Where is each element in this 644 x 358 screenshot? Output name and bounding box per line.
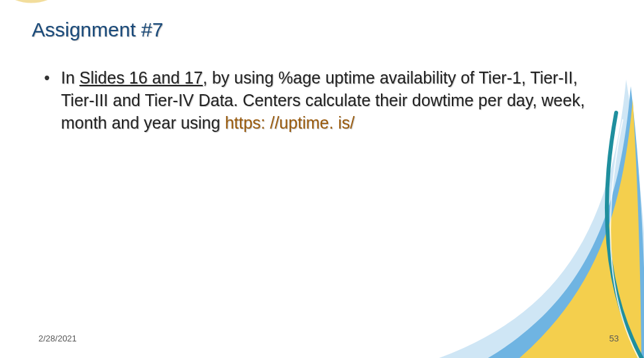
bullet-underlined: Slides 16 and 17 <box>80 68 203 87</box>
slide: Assignment #7 • In Slides 16 and 17, by … <box>0 0 644 358</box>
slide-body: • In Slides 16 and 17, by using %age upt… <box>40 66 598 134</box>
bullet-item: • In Slides 16 and 17, by using %age upt… <box>40 66 598 134</box>
bullet-text: In Slides 16 and 17, by using %age uptim… <box>61 66 598 134</box>
footer-date: 2/28/2021 <box>38 333 77 343</box>
bullet-link: https: //uptime. is/ <box>225 113 354 132</box>
bullet-lead: In <box>61 68 80 87</box>
slide-title: Assignment #7 <box>32 19 163 41</box>
footer-page-number: 53 <box>610 333 619 343</box>
decorative-swoosh <box>0 0 644 358</box>
bullet-marker: • <box>42 66 52 89</box>
